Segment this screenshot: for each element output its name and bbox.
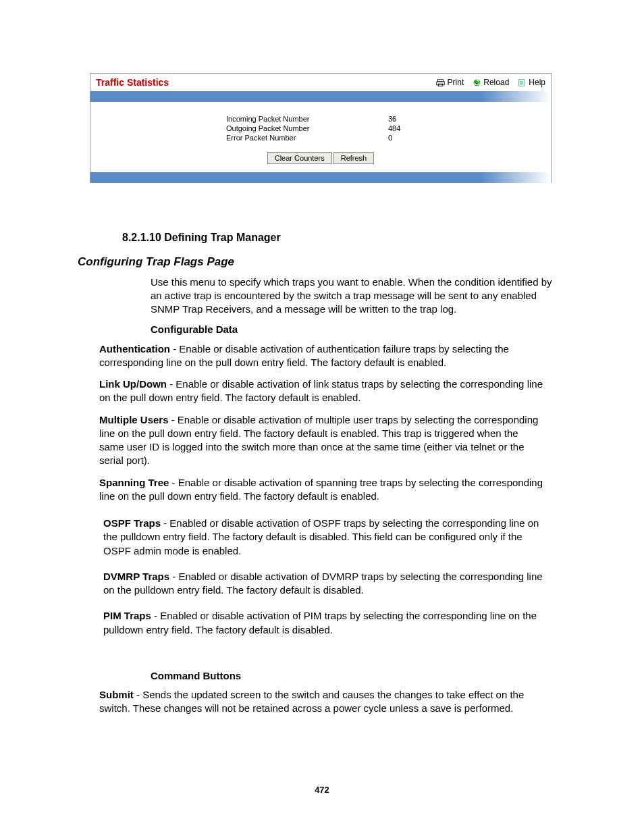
stat-incoming-label: Incoming Packet Number bbox=[226, 115, 388, 123]
print-label: Print bbox=[448, 78, 464, 87]
reload-label: Reload bbox=[483, 78, 509, 87]
help-label: Help bbox=[529, 78, 545, 87]
command-buttons-heading: Command Buttons bbox=[151, 669, 566, 683]
panel-actions: Print Reload Help bbox=[436, 78, 545, 87]
stat-outgoing-value: 484 bbox=[388, 124, 415, 132]
button-row: Clear Counters Refresh bbox=[90, 152, 551, 172]
multiple-users-paragraph: Multiple Users - Enable or disable activ… bbox=[99, 413, 545, 468]
reload-action[interactable]: Reload bbox=[472, 78, 509, 87]
stat-error-row: Error Packet Number 0 bbox=[226, 133, 415, 142]
section-heading: 8.2.1.10 Defining Trap Manager bbox=[122, 230, 566, 245]
submit-paragraph: Submit - Sends the updated screen to the… bbox=[99, 688, 545, 716]
stat-incoming-row: Incoming Packet Number 36 bbox=[226, 114, 415, 124]
help-action[interactable]: Help bbox=[517, 78, 545, 87]
reload-icon bbox=[472, 78, 481, 87]
svg-rect-0 bbox=[438, 79, 444, 81]
traffic-statistics-panel: Traffic Statistics Print Reload bbox=[90, 73, 552, 183]
footer-blue-bar bbox=[90, 172, 551, 183]
refresh-button[interactable]: Refresh bbox=[333, 152, 375, 164]
header-blue-bar bbox=[90, 91, 551, 102]
print-icon bbox=[436, 78, 446, 87]
spanning-tree-paragraph: Spanning Tree - Enable or disable activa… bbox=[99, 476, 545, 504]
pim-traps-label: PIM Traps bbox=[103, 610, 151, 621]
dvmrp-traps-paragraph: DVMRP Traps - Enabled or disable activat… bbox=[103, 570, 545, 598]
stat-outgoing-label: Outgoing Packet Number bbox=[226, 124, 388, 132]
panel-title: Traffic Statistics bbox=[96, 77, 436, 88]
ospf-traps-paragraph: OSPF Traps - Enabled or disable activati… bbox=[103, 517, 545, 558]
stat-error-value: 0 bbox=[388, 134, 415, 142]
stat-error-label: Error Packet Number bbox=[226, 134, 388, 142]
section-title: Defining Trap Manager bbox=[161, 232, 281, 243]
print-action[interactable]: Print bbox=[436, 78, 464, 87]
configurable-data-heading: Configurable Data bbox=[151, 323, 566, 336]
authentication-paragraph: Authentication - Enable or disable activ… bbox=[99, 342, 545, 370]
link-updown-paragraph: Link Up/Down - Enable or disable activat… bbox=[99, 377, 545, 405]
intro-paragraph: Use this menu to specify which traps you… bbox=[151, 276, 566, 317]
help-icon bbox=[517, 78, 527, 87]
page-number: 472 bbox=[0, 785, 644, 795]
submit-label: Submit bbox=[99, 689, 134, 700]
link-updown-label: Link Up/Down bbox=[99, 378, 167, 390]
multiple-users-label: Multiple Users bbox=[99, 414, 169, 425]
section-number: 8.2.1.10 bbox=[122, 232, 161, 243]
stat-incoming-value: 36 bbox=[388, 115, 415, 123]
ospf-traps-label: OSPF Traps bbox=[103, 517, 161, 529]
statistics-area: Incoming Packet Number 36 Outgoing Packe… bbox=[90, 102, 551, 152]
sub-heading: Configuring Trap Flags Page bbox=[78, 255, 566, 270]
pim-traps-text: - Enabled or disable activation of PIM t… bbox=[103, 610, 537, 635]
dvmrp-traps-text: - Enabled or disable activation of DVMRP… bbox=[103, 571, 543, 596]
svg-rect-1 bbox=[437, 81, 444, 84]
submit-text: - Sends the updated screen to the switch… bbox=[99, 689, 524, 714]
clear-counters-button[interactable]: Clear Counters bbox=[267, 152, 332, 164]
authentication-label: Authentication bbox=[99, 343, 170, 355]
document-content: 8.2.1.10 Defining Trap Manager Configuri… bbox=[78, 183, 566, 716]
pim-traps-paragraph: PIM Traps - Enabled or disable activatio… bbox=[103, 609, 545, 637]
dvmrp-traps-label: DVMRP Traps bbox=[103, 571, 169, 582]
ospf-traps-text: - Enabled or disable activation of OSPF … bbox=[103, 517, 539, 556]
spanning-tree-label: Spanning Tree bbox=[99, 477, 169, 488]
panel-header: Traffic Statistics Print Reload bbox=[90, 74, 551, 91]
stat-outgoing-row: Outgoing Packet Number 484 bbox=[226, 124, 415, 133]
